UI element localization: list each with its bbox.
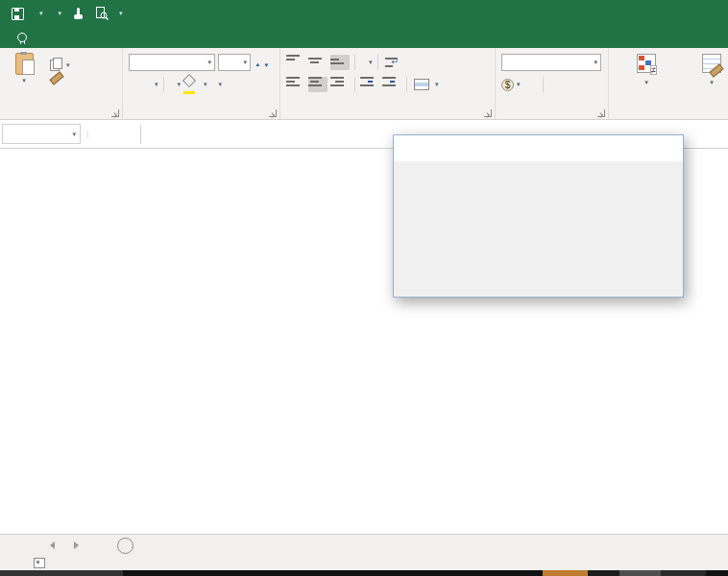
- orientation-caret-icon[interactable]: ▾: [369, 59, 373, 66]
- formula-bar-grip[interactable]: ⁞: [86, 130, 90, 139]
- redo-caret-icon[interactable]: ▾: [59, 10, 62, 17]
- copy-caret-icon: ▾: [66, 61, 70, 69]
- clipboard-dialog-launcher-icon[interactable]: [111, 109, 119, 117]
- increase-decimal-button[interactable]: [548, 82, 554, 87]
- paste-caret-icon: ▾: [22, 77, 26, 84]
- undo-caret-icon[interactable]: ▾: [39, 10, 43, 17]
- new-sheet-button[interactable]: [117, 538, 133, 554]
- format-as-table-caret-icon: ▾: [710, 79, 714, 85]
- dialog-body: [394, 161, 683, 297]
- dialog-title[interactable]: [394, 135, 683, 161]
- conditional-formatting-icon: [637, 54, 656, 73]
- font-size-combo[interactable]: ▾: [218, 54, 251, 71]
- customize-qat-icon[interactable]: ▾: [119, 10, 123, 17]
- conditional-formatting-caret-icon: ▾: [644, 79, 648, 85]
- font-color-caret-icon[interactable]: ▾: [219, 81, 223, 88]
- decrease-indent-button[interactable]: [360, 77, 379, 92]
- align-middle-button[interactable]: [308, 55, 328, 70]
- quick-access-toolbar: ▾ ▾ ▾: [0, 7, 123, 20]
- sheet-nav-right-icon[interactable]: [74, 541, 79, 549]
- fill-color-caret-icon[interactable]: ▾: [204, 81, 207, 88]
- save-icon[interactable]: [12, 8, 24, 20]
- cut-button[interactable]: [48, 55, 72, 57]
- ribbon-tab-row: [0, 27, 728, 48]
- name-box[interactable]: ▾: [2, 124, 81, 144]
- underline-button[interactable]: [146, 82, 152, 87]
- fill-color-button[interactable]: [183, 76, 201, 93]
- wrap-text-button[interactable]: [383, 57, 403, 68]
- title-bar: ▾ ▾ ▾: [0, 0, 728, 27]
- align-right-button[interactable]: [330, 77, 350, 92]
- underline-caret-icon[interactable]: ▾: [155, 81, 158, 88]
- sheet-tab-bar: [0, 534, 728, 556]
- paste-button[interactable]: ▾: [6, 53, 42, 84]
- merge-center-icon: [414, 79, 429, 90]
- font-dialog-launcher-icon[interactable]: [269, 109, 277, 117]
- wrap-text-icon: [385, 58, 398, 67]
- vb-error-dialog: [393, 134, 684, 298]
- accounting-format-button[interactable]: $: [501, 79, 514, 91]
- bold-button[interactable]: [129, 82, 134, 87]
- ribbon-group-alignment: ▾ ▾: [280, 48, 496, 119]
- align-center-button[interactable]: [308, 77, 328, 92]
- ribbon-group-number: ▾ $▾: [496, 48, 609, 119]
- lightbulb-icon: [17, 33, 27, 42]
- percent-style-button[interactable]: [523, 82, 529, 87]
- ribbon-group-font: ▾ ▾ ▾ ▾ ▾ ▾: [123, 48, 280, 119]
- name-box-caret-icon: ▾: [72, 131, 76, 138]
- format-as-table-button[interactable]: ▾: [680, 54, 728, 105]
- font-size-caret-icon: ▾: [243, 59, 247, 66]
- status-bar: [0, 555, 728, 570]
- borders-caret-icon[interactable]: ▾: [178, 81, 182, 88]
- number-format-combo[interactable]: ▾: [501, 54, 601, 71]
- font-name-combo[interactable]: ▾: [129, 54, 215, 71]
- align-left-button[interactable]: [286, 77, 305, 92]
- alignment-dialog-launcher-icon[interactable]: [484, 109, 492, 117]
- format-painter-icon: [49, 71, 63, 84]
- ribbon-group-styles: ▾ ▾: [609, 48, 728, 119]
- conditional-formatting-button[interactable]: ▾: [615, 54, 678, 105]
- macro-record-icon[interactable]: [34, 558, 45, 568]
- comma-style-button[interactable]: [532, 82, 538, 87]
- format-as-table-icon: [702, 54, 721, 73]
- ribbon-group-clipboard: ▾ ▾: [0, 48, 123, 119]
- conditional-formatting-label: ▾: [644, 75, 648, 88]
- orientation-button[interactable]: [359, 59, 367, 66]
- align-top-button[interactable]: [286, 55, 305, 70]
- number-dialog-launcher-icon[interactable]: [597, 109, 605, 117]
- italic-button[interactable]: [137, 82, 143, 87]
- copy-button[interactable]: ▾: [48, 59, 72, 72]
- increase-indent-button[interactable]: [382, 77, 401, 92]
- merge-center-button[interactable]: ▾: [412, 78, 441, 91]
- font-name-caret-icon: ▾: [207, 59, 211, 66]
- accounting-caret-icon[interactable]: ▾: [517, 81, 521, 88]
- font-color-button[interactable]: [210, 80, 216, 89]
- merge-center-caret-icon: ▾: [435, 81, 439, 88]
- format-painter-button[interactable]: [48, 74, 72, 83]
- paste-icon: [15, 53, 34, 75]
- ribbon: ▾ ▾ ▾ ▾ ▾ ▾ ▾ ▾: [0, 48, 728, 120]
- decrease-decimal-button[interactable]: [557, 82, 563, 87]
- borders-button[interactable]: [169, 82, 175, 87]
- taskbar-sliver: [0, 570, 728, 576]
- touch-mode-icon[interactable]: [72, 7, 85, 20]
- number-format-caret-icon: ▾: [594, 59, 597, 66]
- sheet-nav-left-icon[interactable]: [50, 541, 55, 549]
- copy-icon: [50, 60, 60, 71]
- tell-me-box[interactable]: [8, 27, 33, 48]
- sheet-nav: [0, 535, 92, 556]
- print-preview-icon[interactable]: [95, 7, 109, 20]
- align-bottom-button[interactable]: [330, 55, 350, 70]
